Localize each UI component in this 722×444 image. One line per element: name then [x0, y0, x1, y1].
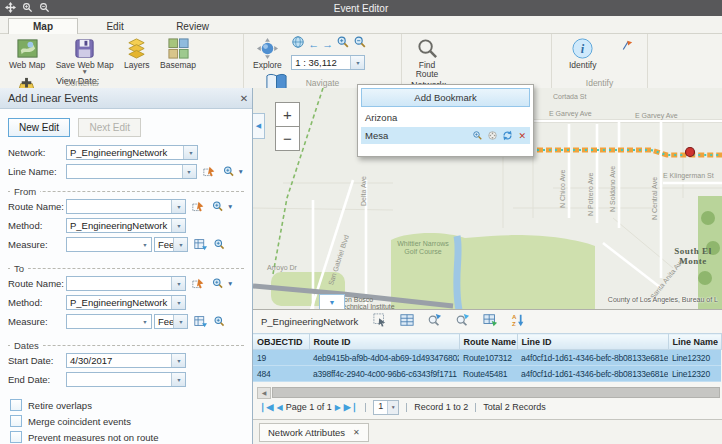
to-units-caret-icon[interactable]: [173, 315, 187, 328]
layers-button[interactable]: Layers: [121, 36, 153, 71]
line-name-caret-icon[interactable]: [182, 165, 196, 178]
pin-icon[interactable]: [620, 38, 633, 56]
from-measure-caret-icon[interactable]: [138, 238, 151, 251]
previous-extent-icon[interactable]: ←: [308, 38, 319, 50]
tab-review[interactable]: Review: [152, 19, 233, 35]
switch-selection-icon[interactable]: [483, 313, 498, 331]
to-measure-input[interactable]: [66, 314, 152, 329]
full-extent-icon[interactable]: [291, 35, 305, 53]
to-route-caret-icon[interactable]: [171, 277, 185, 290]
column-header[interactable]: Line ID: [517, 334, 668, 350]
from-units-caret-icon[interactable]: [173, 238, 187, 251]
page-select-caret-icon[interactable]: [387, 401, 398, 414]
scale-caret-icon[interactable]: [350, 56, 364, 69]
to-units-select[interactable]: Feet: [154, 314, 188, 329]
ribbon-tab-bar: Map Edit Review: [0, 16, 722, 34]
map-zoom-in-button[interactable]: +: [275, 102, 300, 127]
from-select-route-on-map-icon[interactable]: [192, 200, 205, 213]
line-name-select[interactable]: [66, 164, 197, 179]
bottom-tab-bar: Network Attributes: [253, 419, 722, 444]
start-date-select[interactable]: 4/30/2017: [66, 353, 186, 368]
end-date-caret-icon[interactable]: [171, 373, 185, 386]
from-route-name-select[interactable]: [66, 199, 186, 214]
delete-bookmark-icon[interactable]: [518, 131, 526, 141]
add-bookmark-button[interactable]: Add Bookmark: [361, 88, 530, 107]
to-route-zoom-menu-icon[interactable]: ▼: [211, 277, 233, 290]
identify-group-label: Identify: [552, 78, 647, 88]
select-records-icon[interactable]: [373, 313, 387, 331]
from-route-caret-icon[interactable]: [171, 200, 185, 213]
previous-page-icon[interactable]: ◀: [276, 403, 282, 412]
to-select-route-on-map-icon[interactable]: [192, 277, 205, 290]
zoom-to-bookmark-icon[interactable]: [472, 130, 483, 141]
basemap-button[interactable]: Basemap: [157, 36, 199, 71]
select-line-on-map-icon[interactable]: [203, 165, 216, 178]
first-page-icon[interactable]: ❘◀: [259, 402, 273, 412]
table-horizontal-scrollbar[interactable]: ◀: [257, 387, 720, 398]
zoom-out-map-icon[interactable]: [353, 35, 367, 53]
web-map-button[interactable]: Web Map: [6, 36, 48, 71]
merge-coincident-checkbox[interactable]: [10, 415, 22, 427]
line-zoom-menu-icon[interactable]: ▼: [222, 165, 244, 178]
map-zoom-out-button[interactable]: −: [275, 126, 300, 151]
new-edit-button[interactable]: New Edit: [8, 118, 70, 137]
last-page-icon[interactable]: ▶❘: [344, 402, 358, 412]
save-web-map-button[interactable]: Save Web Map ▼: [53, 36, 117, 75]
from-method-select[interactable]: P_EngineeringNetwork: [66, 218, 186, 233]
to-measure-zoom-icon[interactable]: [213, 315, 226, 328]
bookmark-item-mesa[interactable]: Mesa: [361, 127, 530, 144]
scrollbar-thumb[interactable]: [272, 387, 720, 398]
tab-edit[interactable]: Edit: [82, 19, 147, 35]
from-measure-zoom-icon[interactable]: [213, 238, 226, 251]
to-route-name-label: Route Name:: [8, 278, 66, 289]
sort-icon[interactable]: AZ: [511, 313, 526, 331]
table-row[interactable]: 19 4eb9415b-af9b-4d04-ab69-1d493476802b …: [253, 350, 721, 366]
tab-close-icon[interactable]: [353, 428, 360, 437]
panel-title: Add Linear Events: [0, 92, 236, 104]
find-route-button[interactable]: Find Route: [408, 36, 446, 80]
explore-button[interactable]: Explore: [250, 36, 285, 71]
zoom-in-map-icon[interactable]: [336, 35, 350, 53]
collapse-panel-arrow[interactable]: ◀: [253, 113, 265, 139]
bookmark-item-arizona[interactable]: Arizona: [361, 110, 530, 127]
column-header[interactable]: Line Name: [668, 334, 721, 350]
end-date-select[interactable]: [66, 372, 186, 387]
identify-button[interactable]: i Identify: [566, 36, 599, 71]
next-page-icon[interactable]: ▶: [335, 403, 341, 412]
retire-overlaps-checkbox[interactable]: [10, 399, 22, 411]
page-number-select[interactable]: 1: [373, 400, 399, 415]
from-units-select[interactable]: Feet: [154, 237, 188, 252]
app-title: Event Editor: [0, 3, 722, 14]
start-date-caret-icon[interactable]: [171, 354, 185, 367]
golf-course-label: Whittier Narrows Golf Course: [395, 240, 451, 255]
to-method-select[interactable]: P_EngineeringNetwork: [66, 295, 186, 310]
scroll-left-icon[interactable]: ◀: [257, 387, 271, 399]
collapse-table-arrow[interactable]: ▼: [319, 294, 345, 309]
network-select[interactable]: P_EngineeringNetwork: [66, 145, 198, 160]
tab-network-attributes[interactable]: Network Attributes: [259, 423, 369, 442]
update-bookmark-icon[interactable]: [502, 130, 513, 141]
column-header[interactable]: OBJECTID: [253, 334, 309, 350]
from-measure-input[interactable]: [66, 237, 152, 252]
table-row[interactable]: 484 a398ff4c-2940-4c00-96b6-c6343f9f1711…: [253, 366, 721, 382]
prevent-measures-checkbox[interactable]: [10, 431, 22, 443]
attribute-table-icon[interactable]: [400, 313, 414, 331]
from-route-zoom-menu-icon[interactable]: ▼: [211, 200, 233, 213]
panel-close-icon[interactable]: [236, 93, 252, 104]
pan-to-selection-icon[interactable]: [455, 313, 470, 331]
to-measure-table-icon[interactable]: [194, 315, 207, 328]
from-measure-table-icon[interactable]: [194, 238, 207, 251]
map-scale-select[interactable]: 1 : 36,112: [291, 55, 365, 70]
next-edit-button[interactable]: Next Edit: [78, 118, 141, 137]
zoom-to-selection-icon[interactable]: [427, 313, 442, 331]
column-header[interactable]: Route Name: [459, 334, 517, 350]
column-header[interactable]: Route ID: [309, 334, 459, 350]
network-caret-icon[interactable]: [183, 146, 197, 159]
to-route-name-select[interactable]: [66, 276, 186, 291]
next-extent-icon[interactable]: →: [322, 38, 333, 50]
to-method-caret-icon[interactable]: [171, 296, 185, 309]
street-label: N Potrero Ave: [587, 173, 594, 216]
from-method-caret-icon[interactable]: [171, 219, 185, 232]
pan-to-bookmark-icon[interactable]: [487, 130, 498, 141]
to-measure-caret-icon[interactable]: [138, 315, 151, 328]
